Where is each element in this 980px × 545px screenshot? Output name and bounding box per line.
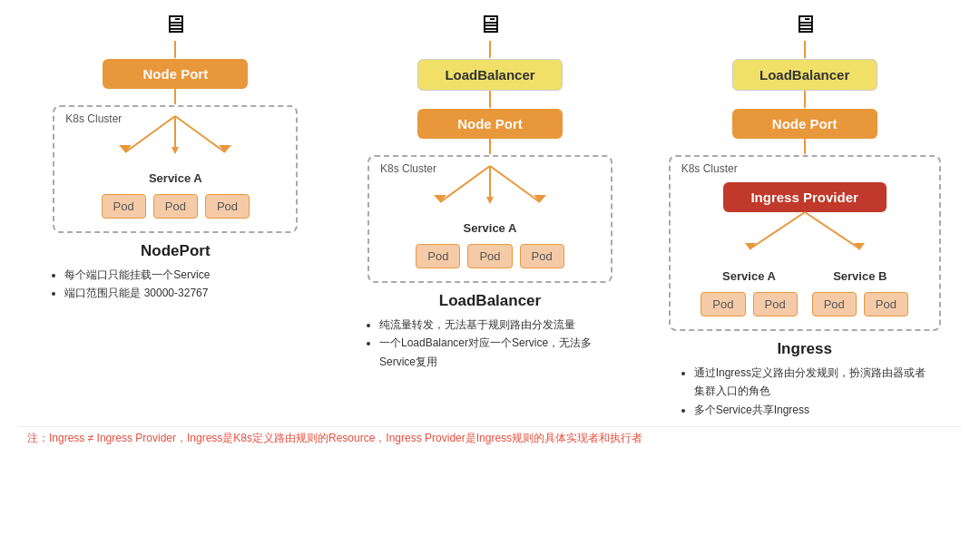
svg-marker-15 <box>489 148 491 155</box>
svg-line-30 <box>805 212 859 248</box>
lb-nodeport-box: Node Port <box>417 109 563 139</box>
ingress-provider-box: Ingress Provider <box>723 182 887 212</box>
svg-marker-19 <box>486 197 494 204</box>
nodeport-pod-3: Pod <box>205 194 250 219</box>
ingress-service-a-col: Service A Pod Pod <box>701 269 797 316</box>
arrow-lb-nodeport <box>489 91 491 109</box>
ingress-service-a-pod-2: Pod <box>753 292 798 316</box>
svg-marker-7 <box>172 147 179 154</box>
arrow-nodeport-cluster <box>174 89 176 105</box>
svg-line-16 <box>440 166 490 202</box>
nodeport-pods-row: Pod Pod Pod <box>102 194 250 219</box>
ingress-bullet-1: 通过Ingress定义路由分发规则，扮演路由器或者集群入口的角色 <box>694 364 932 401</box>
computer-icon-nodeport: 🖥 <box>162 9 188 39</box>
svg-line-20 <box>490 166 540 202</box>
nodeport-cluster: K8s Cluster Service A <box>53 105 298 233</box>
ingress-service-b-col: Service B Pod Pod <box>812 269 908 316</box>
nodeport-service-a: Service A Pod Pod Pod <box>102 171 250 219</box>
nodeport-pod-1: Pod <box>102 194 146 219</box>
ingress-service-b-label: Service B <box>833 269 887 283</box>
ingress-service-b-pod-1: Pod <box>812 292 857 316</box>
svg-line-8 <box>175 116 225 152</box>
ingress-service-a-label: Service A <box>722 269 776 283</box>
main-container: 🖥 Node Port K8s Cluster <box>0 0 980 450</box>
diagrams-row: 🖥 Node Port K8s Cluster <box>18 9 962 419</box>
lb-pod-3: Pod <box>520 244 564 268</box>
ingress-fanout-arrows <box>687 212 923 262</box>
ingress-top: 🖥 LoadBalancer Node Port <box>669 9 941 331</box>
loadbalancer-box: LoadBalancer <box>417 59 563 91</box>
nodeport-bullet-1: 每个端口只能挂载一个Service <box>64 266 302 284</box>
nodeport-cluster-label: K8s Cluster <box>65 112 122 125</box>
nodeport-service-a-label: Service A <box>149 171 202 185</box>
arrow-ingress-lb-nodeport <box>804 91 806 109</box>
svg-marker-13 <box>489 102 491 109</box>
ingress-bullet-2: 多个Service共享Ingress <box>694 401 932 419</box>
lb-bullets: 纯流量转发，无法基于规则路由分发流量 一个LoadBalancer对应一个Ser… <box>363 316 617 371</box>
nodeport-title: NodePort <box>141 242 211 260</box>
lb-pod-1: Pod <box>416 244 460 268</box>
footer-note: 注：Ingress ≠ Ingress Provider，Ingress是K8s… <box>18 426 962 450</box>
arrow-lb-nodeport-cluster <box>489 139 491 155</box>
ingress-diagram: 🖥 LoadBalancer Node Port <box>669 9 941 419</box>
arrow-computer-nodeport <box>174 41 176 59</box>
svg-line-28 <box>750 212 805 248</box>
ingress-cluster: K8s Cluster Ingress Provider Ser <box>669 155 941 331</box>
lb-bullet-1: 纯流量转发，无法基于规则路由分发流量 <box>379 316 617 334</box>
computer-icon-loadbalancer: 🖥 <box>477 9 503 39</box>
nodeport-pod-2: Pod <box>153 194 198 219</box>
lb-service-a-label: Service A <box>464 221 517 235</box>
svg-marker-3 <box>174 98 176 105</box>
ingress-title: Ingress <box>777 340 831 358</box>
nodeport-box: Node Port <box>103 59 248 89</box>
svg-line-4 <box>125 116 175 152</box>
ingress-lb-box: LoadBalancer <box>732 59 877 91</box>
loadbalancer-diagram: 🖥 LoadBalancer Node Port <box>354 9 626 371</box>
lb-pod-2: Pod <box>467 244 512 268</box>
arrow-ingress-nodeport-cluster <box>804 139 806 155</box>
ingress-two-services: Service A Pod Pod Service B Pod Pod <box>701 269 908 316</box>
arrow-computer-lb <box>489 41 491 59</box>
ingress-service-a-pod-1: Pod <box>701 292 745 316</box>
lb-cluster: K8s Cluster Service A Pod <box>368 155 612 283</box>
arrow-computer-ingress-lb <box>804 41 806 59</box>
svg-marker-25 <box>804 102 806 109</box>
ingress-nodeport-box: Node Port <box>732 109 877 139</box>
svg-marker-23 <box>804 52 806 59</box>
svg-marker-1 <box>174 52 176 59</box>
nodeport-diagram: 🖥 Node Port K8s Cluster <box>39 9 311 303</box>
lb-pods-row: Pod Pod Pod <box>416 244 564 268</box>
nodeport-bullets: 每个端口只能挂载一个Service 端口范围只能是 30000-32767 <box>48 266 302 303</box>
svg-marker-11 <box>489 52 491 59</box>
ingress-service-a-pods: Pod Pod <box>701 292 797 316</box>
ingress-cluster-label: K8s Cluster <box>681 162 738 175</box>
lb-title: LoadBalancer <box>439 292 541 310</box>
computer-icon-ingress: 🖥 <box>792 9 818 39</box>
ingress-bullets: 通过Ingress定义路由分发规则，扮演路由器或者集群入口的角色 多个Servi… <box>678 364 932 419</box>
nodeport-bullet-2: 端口范围只能是 30000-32767 <box>64 284 302 302</box>
nodeport-top: 🖥 Node Port K8s Cluster <box>53 9 298 233</box>
svg-marker-27 <box>804 148 806 155</box>
lb-service-a: Service A Pod Pod Pod <box>416 221 564 268</box>
ingress-service-b-pod-2: Pod <box>864 292 908 316</box>
lb-bullet-2: 一个LoadBalancer对应一个Service，无法多Service复用 <box>379 334 617 371</box>
lb-cluster-label: K8s Cluster <box>380 162 436 175</box>
ingress-service-b-pods: Pod Pod <box>812 292 908 316</box>
loadbalancer-top: 🖥 LoadBalancer Node Port <box>368 9 612 283</box>
